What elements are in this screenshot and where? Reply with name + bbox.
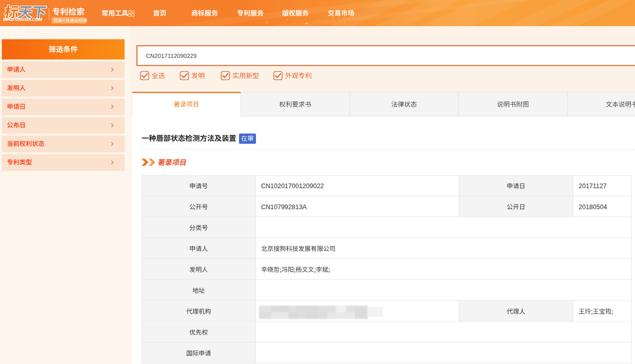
svg-text:20171127: 20171127 <box>579 183 607 190</box>
svg-text:BIAOTIANXIA.COM: BIAOTIANXIA.COM <box>3 17 43 22</box>
svg-text:CN102017001209022: CN102017001209022 <box>261 183 324 190</box>
svg-text:20180504: 20180504 <box>579 204 607 211</box>
svg-text:CN2017112090229: CN2017112090229 <box>146 53 197 59</box>
svg-text:CN107992813A: CN107992813A <box>261 204 307 211</box>
